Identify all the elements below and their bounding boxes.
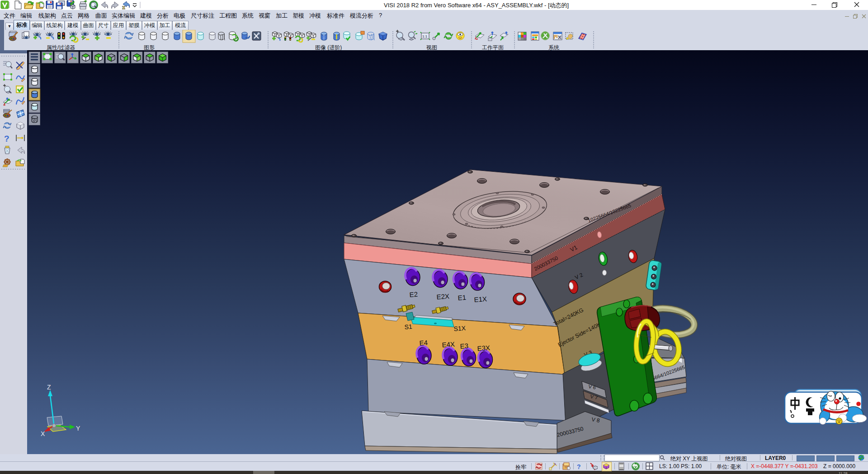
svg-text:E2X: E2X <box>436 292 449 301</box>
svg-text:E3: E3 <box>460 342 469 350</box>
svg-text:E1X: E1X <box>474 295 487 303</box>
svg-text:S1: S1 <box>404 323 412 331</box>
svg-text:E1: E1 <box>458 294 467 302</box>
svg-text:E4X: E4X <box>442 340 455 349</box>
svg-text:E4: E4 <box>419 339 428 347</box>
svg-text:S1X: S1X <box>453 324 466 332</box>
svg-text:Y: Y <box>76 425 80 432</box>
svg-text:Z: Z <box>47 384 51 391</box>
svg-text:1:1: 1:1 <box>422 34 428 38</box>
svg-text:E2: E2 <box>409 290 418 299</box>
svg-text:E3X: E3X <box>477 344 490 352</box>
svg-text:X: X <box>41 430 45 437</box>
svg-text:?: ? <box>4 134 9 143</box>
